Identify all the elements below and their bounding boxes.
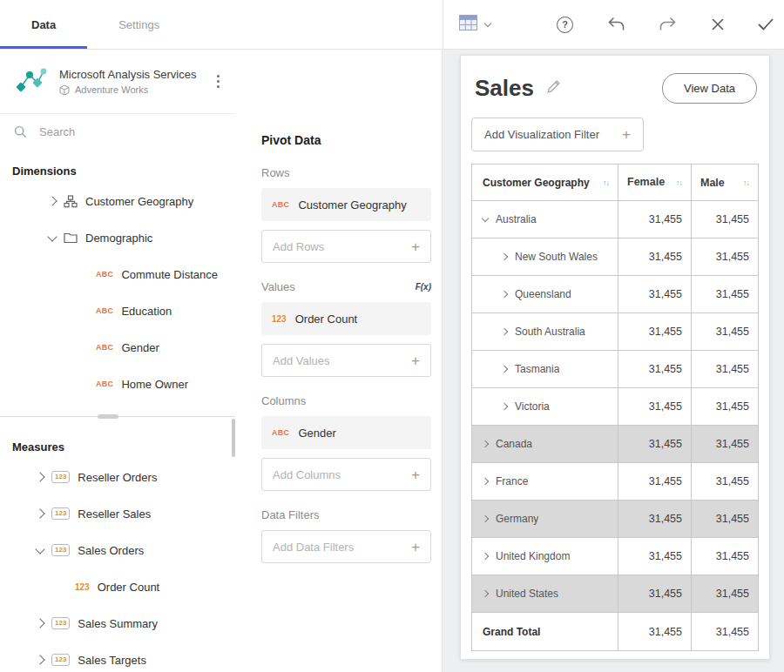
table-row[interactable]: Australia 31,455 31,455 xyxy=(472,201,758,239)
tab-strip: Data Settings xyxy=(0,0,443,49)
view-data-button[interactable]: View Data xyxy=(662,73,757,104)
add-visualization-filter-button[interactable]: Add Visualization Filter + xyxy=(471,118,644,151)
columns-section-label: Columns xyxy=(261,394,431,407)
cell-male: 31,455 xyxy=(692,538,758,575)
confirm-button[interactable] xyxy=(758,18,774,30)
chevron-right-icon[interactable] xyxy=(35,618,44,628)
add-rows-button[interactable]: Add Rows + xyxy=(261,230,431,263)
column-field-chip[interactable]: ABC Gender xyxy=(261,416,431,449)
table-row[interactable]: New South Wales 31,455 31,455 xyxy=(472,239,758,276)
sort-icon[interactable]: ↑↓ xyxy=(743,178,749,187)
tree-item-sales-targets[interactable]: 123 Sales Targets xyxy=(0,642,235,672)
chevron-right-icon[interactable] xyxy=(35,472,44,481)
measures-section-label: Measures xyxy=(0,421,235,459)
add-data-filters-button[interactable]: Add Data Filters + xyxy=(261,530,431,563)
row-field-chip[interactable]: ABC Customer Geography xyxy=(261,188,431,221)
tree-item-reseller-orders[interactable]: 123 Reseller Orders xyxy=(0,459,235,495)
undo-button[interactable] xyxy=(606,16,625,33)
tree-item-customer-geography[interactable]: Customer Geography xyxy=(0,183,235,219)
tree-item-label: Demographic xyxy=(85,232,152,245)
tab-data[interactable]: Data xyxy=(0,0,87,49)
edit-title-button[interactable] xyxy=(546,79,561,97)
row-label: Queensland xyxy=(515,288,571,300)
header-female[interactable]: Female ↑↓ xyxy=(618,165,692,200)
measure-123-icon: 123 xyxy=(51,654,70,666)
chevron-right-icon[interactable] xyxy=(482,515,489,522)
chevron-right-icon[interactable] xyxy=(501,253,508,260)
redo-button[interactable] xyxy=(659,16,678,33)
design-canvas: Sales View Data Add Visualization Filter… xyxy=(443,50,784,672)
cube-icon xyxy=(59,84,70,96)
help-button[interactable]: ? xyxy=(557,17,573,33)
chevron-right-icon[interactable] xyxy=(482,590,489,597)
tree-item-sales-orders[interactable]: 123 Sales Orders xyxy=(0,532,235,568)
measure-123-icon: 123 xyxy=(75,582,90,592)
tree-item-home-owner[interactable]: ABC Home Owner xyxy=(0,366,235,402)
chevron-down-icon[interactable] xyxy=(47,232,57,241)
expression-fx-button[interactable]: F(x) xyxy=(416,282,431,292)
close-icon xyxy=(711,17,725,31)
widget-title-wrap: Sales xyxy=(475,75,561,102)
add-columns-button[interactable]: Add Columns + xyxy=(261,458,431,491)
tree-item-sales-summary[interactable]: 123 Sales Summary xyxy=(0,605,235,642)
table-row[interactable]: Germany 31,455 31,455 xyxy=(472,501,758,538)
grand-total-row: Grand Total 31,455 31,455 xyxy=(472,613,758,650)
tree-item-gender[interactable]: ABC Gender xyxy=(0,329,235,366)
table-row[interactable]: South Australia 31,455 31,455 xyxy=(472,313,758,351)
tree-item-education[interactable]: ABC Education xyxy=(0,292,235,329)
table-row[interactable]: France 31,455 31,455 xyxy=(472,463,758,501)
datasource-text: Microsoft Analysis Services Adventure Wo… xyxy=(59,68,210,96)
measure-123-icon: 123 xyxy=(51,617,70,629)
scrollbar-thumb[interactable] xyxy=(232,419,235,457)
value-field-chip[interactable]: 123 Order Count xyxy=(261,302,431,335)
chevron-right-icon[interactable] xyxy=(501,366,508,373)
cell-female: 31,455 xyxy=(618,575,692,612)
chevron-right-icon[interactable] xyxy=(501,328,508,335)
datasource-menu-button[interactable] xyxy=(210,70,226,93)
chevron-right-icon[interactable] xyxy=(501,403,508,410)
cell-female: 31,455 xyxy=(618,388,692,425)
cell-male: 31,455 xyxy=(692,463,758,500)
tree-item-label: Education xyxy=(121,305,172,318)
chevron-right-icon[interactable] xyxy=(35,508,44,518)
chevron-right-icon[interactable] xyxy=(35,655,44,664)
chevron-right-icon[interactable] xyxy=(482,553,489,560)
cell-female: 31,455 xyxy=(618,538,692,575)
analysis-services-logo-icon xyxy=(12,64,49,100)
table-row[interactable]: Tasmania 31,455 31,455 xyxy=(472,351,758,388)
header-male[interactable]: Male ↑↓ xyxy=(692,165,758,200)
tab-data-label: Data xyxy=(31,18,56,31)
table-row[interactable]: Queensland 31,455 31,455 xyxy=(472,276,758,313)
row-label: Grand Total xyxy=(483,626,540,638)
add-rows-placeholder: Add Rows xyxy=(273,240,324,253)
tab-settings[interactable]: Settings xyxy=(87,0,191,49)
tree-item-order-count[interactable]: 123 Order Count xyxy=(0,568,235,605)
header-customer-geography[interactable]: Customer Geography ↑↓ xyxy=(472,165,618,200)
app: Data Settings xyxy=(0,0,784,672)
table-row[interactable]: Victoria 31,455 31,455 xyxy=(472,388,758,426)
divider-drag-handle[interactable] xyxy=(98,414,118,419)
tree-item-commute-distance[interactable]: ABC Commute Distance xyxy=(0,256,235,292)
top-bar: Data Settings xyxy=(0,0,784,50)
chevron-down-icon[interactable] xyxy=(35,544,44,554)
tree-item-reseller-sales[interactable]: 123 Reseller Sales xyxy=(0,495,235,532)
chevron-right-icon[interactable] xyxy=(482,440,489,447)
widget-type-dropdown[interactable] xyxy=(459,15,490,34)
data-filters-section-label: Data Filters xyxy=(261,508,431,521)
sort-icon[interactable]: ↑↓ xyxy=(603,178,609,187)
cell-female: 31,455 xyxy=(618,313,692,350)
tree-item-demographic[interactable]: Demographic xyxy=(0,219,235,256)
add-values-button[interactable]: Add Values + xyxy=(261,344,431,377)
table-row[interactable]: United States 31,455 31,455 xyxy=(472,575,758,613)
table-row[interactable]: United Kingdom 31,455 31,455 xyxy=(472,538,758,575)
plus-icon: + xyxy=(411,239,420,254)
table-row[interactable]: Canada 31,455 31,455 xyxy=(472,426,758,463)
chevron-right-icon[interactable] xyxy=(501,291,508,298)
search-input[interactable] xyxy=(39,125,196,138)
close-button[interactable] xyxy=(711,17,725,31)
header-label: Female xyxy=(627,176,665,188)
chevron-down-icon[interactable] xyxy=(482,214,489,221)
sort-icon[interactable]: ↑↓ xyxy=(676,178,682,187)
chevron-right-icon[interactable] xyxy=(47,196,57,205)
chevron-right-icon[interactable] xyxy=(482,478,489,485)
